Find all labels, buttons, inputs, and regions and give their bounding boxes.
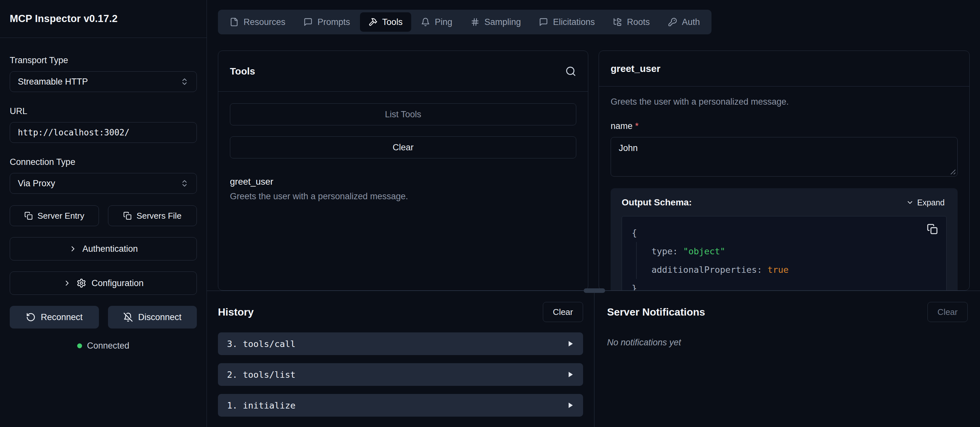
tools-panel-title: Tools (230, 66, 255, 77)
tab-resources[interactable]: Resources (221, 12, 294, 32)
tool-name: greet_user (230, 176, 576, 187)
tab-label: Roots (627, 17, 650, 27)
url-value: http://localhost:3002/ (18, 128, 129, 137)
folder-tree-icon (613, 17, 622, 27)
chevrons-up-down-icon (180, 78, 189, 86)
tab-label: Tools (382, 17, 403, 27)
tab-auth[interactable]: Auth (660, 12, 709, 32)
connection-status: Connected (10, 341, 197, 351)
main-area: Resources Prompts Tools Ping Sampling El… (207, 0, 980, 427)
server-entry-button[interactable]: Server Entry (10, 205, 99, 226)
detail-title: greet_user (611, 63, 660, 74)
detail-description: Greets the user with a personalized mess… (611, 97, 958, 107)
disconnect-label: Disconnect (138, 312, 181, 322)
connection-type-select[interactable]: Via Proxy (10, 173, 197, 194)
configuration-button[interactable]: Configuration (10, 271, 197, 295)
transport-type-value: Streamable HTTP (18, 77, 88, 87)
tab-label: Auth (682, 17, 700, 27)
key-icon (668, 17, 677, 27)
gear-icon (76, 278, 86, 288)
expand-toggle[interactable]: Expand (904, 198, 947, 208)
history-item[interactable]: 2. tools/list (218, 363, 583, 386)
copy-icon (24, 211, 33, 220)
output-schema-card: Output Schema: Expand { type: "object" (611, 188, 958, 290)
history-item[interactable]: 1. initialize (218, 394, 583, 417)
chevron-down-icon (906, 198, 914, 206)
sidebar: MCP Inspector v0.17.2 Transport Type Str… (0, 0, 207, 427)
reconnect-button[interactable]: Reconnect (10, 306, 99, 329)
url-label: URL (10, 106, 197, 116)
tab-ping[interactable]: Ping (412, 12, 461, 32)
play-icon (567, 340, 574, 347)
chevron-right-icon (69, 244, 77, 253)
url-input[interactable]: http://localhost:3002/ (10, 122, 197, 143)
tab-label: Sampling (485, 17, 521, 27)
history-item-label: 1. initialize (227, 400, 296, 411)
status-text: Connected (87, 341, 129, 351)
authentication-button[interactable]: Authentication (10, 237, 197, 260)
chevron-right-icon (63, 279, 72, 287)
history-item[interactable]: 3. tools/call (218, 332, 583, 355)
chevrons-up-down-icon (180, 179, 189, 187)
server-notifications-panel: Server Notifications Clear No notificati… (595, 291, 980, 427)
clear-tools-button[interactable]: Clear (230, 137, 576, 159)
history-title: History (218, 306, 254, 318)
code-close-brace: } (632, 279, 937, 290)
tool-list-item[interactable]: greet_user Greets the user with a person… (230, 176, 576, 202)
output-schema-label: Output Schema: (622, 197, 692, 208)
sidebar-header: MCP Inspector v0.17.2 (0, 0, 207, 38)
tab-label: Resources (243, 17, 285, 27)
authentication-label: Authentication (83, 244, 138, 254)
name-textarea[interactable]: John (611, 137, 958, 176)
bell-off-icon (123, 312, 133, 322)
history-item-label: 2. tools/list (227, 370, 296, 380)
empty-state-text: No notifications yet (607, 338, 968, 348)
history-clear-button[interactable]: Clear (543, 302, 583, 322)
tool-description: Greets the user with a personalized mess… (230, 192, 576, 202)
hammer-icon (368, 17, 377, 27)
server-entry-label: Server Entry (38, 211, 84, 221)
copy-button[interactable] (927, 224, 938, 235)
search-icon[interactable] (565, 66, 576, 77)
name-textarea-value: John (619, 143, 638, 153)
servers-file-label: Servers File (137, 211, 181, 221)
file-icon (230, 17, 239, 27)
name-field-label: name (611, 121, 633, 131)
transport-type-select[interactable]: Streamable HTTP (10, 71, 197, 92)
app-window: MCP Inspector v0.17.2 Transport Type Str… (0, 0, 980, 427)
history-panel: History Clear 3. tools/call 2. tools/lis… (207, 291, 594, 427)
tab-roots[interactable]: Roots (605, 12, 658, 32)
tool-detail-panel: greet_user Greets the user with a person… (599, 51, 970, 290)
required-asterisk: * (635, 121, 639, 131)
transport-type-label: Transport Type (10, 56, 197, 65)
configuration-label: Configuration (91, 278, 144, 288)
tab-tools[interactable]: Tools (360, 12, 411, 32)
copy-icon (123, 211, 132, 220)
rotate-ccw-icon (26, 312, 36, 322)
disconnect-button[interactable]: Disconnect (108, 306, 197, 329)
list-tools-button[interactable]: List Tools (230, 103, 576, 125)
schema-code-block: { type: "object" additionalProperties: t… (622, 216, 947, 290)
history-item-label: 3. tools/call (227, 339, 296, 349)
expand-label: Expand (917, 198, 945, 207)
notifications-title: Server Notifications (607, 306, 705, 318)
hash-icon (471, 17, 480, 27)
play-icon (567, 371, 574, 378)
app-title: MCP Inspector v0.17.2 (10, 13, 118, 25)
message-square-icon (304, 17, 313, 27)
tab-elicitations[interactable]: Elicitations (531, 12, 603, 32)
notifications-clear-button[interactable]: Clear (928, 302, 968, 322)
message-square-icon (539, 17, 548, 27)
code-open-brace: { (632, 224, 937, 242)
resize-handle[interactable] (950, 168, 955, 174)
sidebar-body: Transport Type Streamable HTTP URL http:… (0, 38, 207, 351)
tab-sampling[interactable]: Sampling (462, 12, 530, 32)
tab-prompts[interactable]: Prompts (295, 12, 359, 32)
servers-file-button[interactable]: Servers File (108, 205, 197, 226)
status-dot (77, 343, 82, 348)
connection-type-label: Connection Type (10, 157, 197, 167)
play-icon (567, 402, 574, 409)
code-line-additional: additionalProperties: true (652, 260, 937, 279)
bell-icon (421, 17, 430, 27)
connection-type-value: Via Proxy (18, 178, 55, 189)
